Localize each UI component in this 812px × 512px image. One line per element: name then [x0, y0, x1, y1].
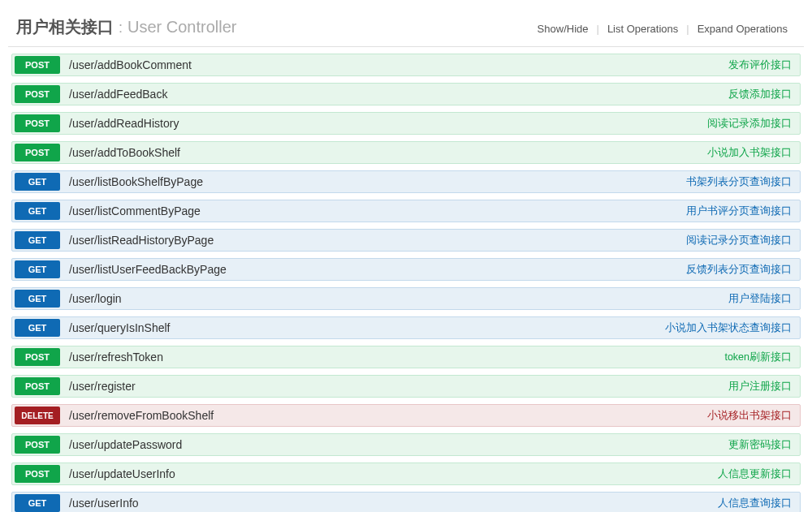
op-list[interactable]: List Operations: [599, 23, 686, 35]
endpoint-desc[interactable]: 人信息查询接口: [718, 497, 792, 510]
method-badge[interactable]: GET: [15, 231, 60, 249]
method-badge[interactable]: GET: [15, 260, 60, 278]
endpoint-desc[interactable]: 用户书评分页查询接口: [686, 204, 792, 218]
endpoint-path[interactable]: /user/addToBookShelf: [69, 146, 180, 159]
op-show-hide[interactable]: Show/Hide: [529, 23, 597, 35]
endpoint-row[interactable]: GET/user/listBookShelfByPage书架列表分页查询接口: [11, 170, 801, 193]
endpoint-path[interactable]: /user/listCommentByPage: [69, 204, 201, 217]
method-badge[interactable]: POST: [15, 85, 60, 103]
endpoint-desc[interactable]: 阅读记录添加接口: [707, 117, 792, 131]
method-badge[interactable]: GET: [15, 202, 60, 220]
endpoint-row[interactable]: GET/user/listCommentByPage用户书评分页查询接口: [11, 200, 801, 222]
endpoint-path[interactable]: /user/login: [69, 292, 122, 305]
method-badge[interactable]: GET: [15, 290, 60, 308]
endpoint-desc[interactable]: 书架列表分页查询接口: [686, 175, 792, 189]
endpoint-row[interactable]: GET/user/login用户登陆接口: [11, 287, 801, 310]
endpoint-row[interactable]: DELETE/user/removeFromBookShelf小说移出书架接口: [11, 404, 801, 427]
endpoint-desc[interactable]: 反馈添加接口: [728, 88, 792, 101]
endpoint-desc[interactable]: 阅读记录分页查询接口: [686, 234, 792, 247]
endpoint-row[interactable]: POST/user/updateUserInfo人信息更新接口: [11, 463, 801, 485]
method-badge[interactable]: DELETE: [15, 407, 60, 424]
endpoint-list: POST/user/addBookComment发布评价接口POST/user/…: [8, 54, 804, 512]
endpoint-row[interactable]: POST/user/addFeedBack反馈添加接口: [11, 83, 801, 105]
endpoint-desc[interactable]: 用户注册接口: [728, 380, 792, 394]
endpoint-desc[interactable]: 小说移出书架接口: [707, 409, 792, 423]
endpoint-desc[interactable]: 发布评价接口: [728, 58, 792, 72]
section-title-en: User Controller: [127, 18, 236, 37]
op-expand[interactable]: Expand Operations: [689, 23, 796, 35]
endpoint-row[interactable]: POST/user/addBookComment发布评价接口: [11, 54, 801, 76]
endpoint-row[interactable]: GET/user/userInfo人信息查询接口: [11, 492, 801, 512]
method-badge[interactable]: POST: [15, 348, 60, 366]
endpoint-path[interactable]: /user/register: [69, 380, 136, 393]
section-title-sep: :: [119, 19, 123, 37]
section-title[interactable]: 用户相关接口 : User Controller: [16, 16, 237, 38]
endpoint-path[interactable]: /user/addReadHistory: [69, 117, 179, 130]
endpoint-path[interactable]: /user/userInfo: [69, 497, 139, 510]
endpoint-row[interactable]: POST/user/addReadHistory阅读记录添加接口: [11, 112, 801, 135]
section-ops: Show/Hide | List Operations | Expand Ope…: [529, 23, 796, 35]
endpoint-path[interactable]: /user/queryIsInShelf: [69, 321, 171, 334]
endpoint-desc[interactable]: 小说加入书架状态查询接口: [665, 321, 792, 335]
endpoint-row[interactable]: GET/user/listReadHistoryByPage阅读记录分页查询接口: [11, 229, 801, 252]
endpoint-path[interactable]: /user/addBookComment: [69, 58, 192, 71]
method-badge[interactable]: GET: [15, 319, 60, 337]
endpoint-desc[interactable]: 小说加入书架接口: [707, 146, 792, 160]
endpoint-path[interactable]: /user/updatePassword: [69, 438, 182, 451]
method-badge[interactable]: POST: [15, 114, 60, 132]
endpoint-desc[interactable]: 人信息更新接口: [718, 467, 792, 481]
endpoint-row[interactable]: GET/user/queryIsInShelf小说加入书架状态查询接口: [11, 316, 801, 339]
endpoint-desc[interactable]: 更新密码接口: [728, 438, 792, 452]
endpoint-path[interactable]: /user/addFeedBack: [69, 88, 167, 101]
endpoint-row[interactable]: POST/user/refreshTokentoken刷新接口: [11, 346, 801, 368]
method-badge[interactable]: POST: [15, 377, 60, 395]
method-badge[interactable]: POST: [15, 56, 60, 74]
endpoint-row[interactable]: POST/user/addToBookShelf小说加入书架接口: [11, 141, 801, 164]
section-title-cn: 用户相关接口: [16, 16, 114, 38]
endpoint-row[interactable]: POST/user/updatePassword更新密码接口: [11, 433, 801, 456]
endpoint-row[interactable]: POST/user/register用户注册接口: [11, 375, 801, 398]
section-header: 用户相关接口 : User Controller Show/Hide | Lis…: [8, 12, 804, 47]
method-badge[interactable]: POST: [15, 465, 60, 483]
method-badge[interactable]: POST: [15, 436, 60, 454]
endpoint-path[interactable]: /user/listBookShelfByPage: [69, 175, 203, 188]
endpoint-desc[interactable]: 反馈列表分页查询接口: [686, 263, 792, 277]
endpoint-path[interactable]: /user/listUserFeedBackByPage: [69, 263, 227, 276]
method-badge[interactable]: POST: [15, 144, 60, 161]
endpoint-path[interactable]: /user/refreshToken: [69, 351, 163, 364]
endpoint-row[interactable]: GET/user/listUserFeedBackByPage反馈列表分页查询接…: [11, 258, 801, 281]
endpoint-desc[interactable]: 用户登陆接口: [728, 292, 792, 306]
endpoint-path[interactable]: /user/updateUserInfo: [69, 467, 175, 480]
endpoint-path[interactable]: /user/listReadHistoryByPage: [69, 234, 214, 247]
method-badge[interactable]: GET: [15, 173, 60, 191]
method-badge[interactable]: GET: [15, 494, 60, 512]
endpoint-desc[interactable]: token刷新接口: [724, 351, 792, 364]
endpoint-path[interactable]: /user/removeFromBookShelf: [69, 409, 214, 422]
